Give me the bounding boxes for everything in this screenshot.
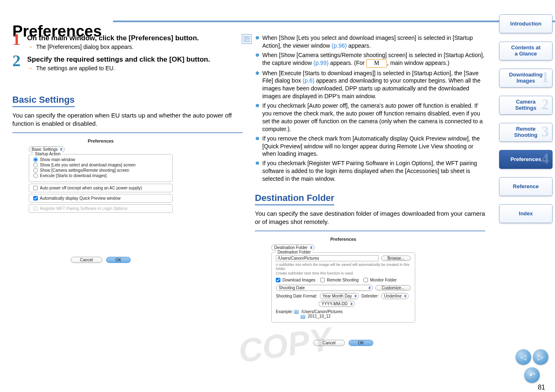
destination-path-field[interactable]: /Users/Canon/Pictures [276,255,379,261]
example-label: Example: [276,309,293,314]
note-item: If you checkmark [Auto power off], the c… [262,102,485,133]
next-page-button[interactable]: ▷ [533,349,548,365]
check-label: Register WFT Pairing Software in Login O… [40,206,127,211]
step-number-1: 1 [12,30,21,49]
link-p99[interactable]: (p.99) [314,60,329,66]
step-1-heading: On the main window, click the [Preferenc… [27,34,243,43]
startup-action-legend: Startup Action [33,152,62,156]
step-number-2: 2 [12,51,21,70]
arrow-icon: → [27,44,33,50]
check-auto-power-off[interactable] [33,186,38,190]
dialog-title: Preferences [267,235,419,243]
sidebar-index[interactable]: Index [499,204,553,223]
radio-show-main[interactable] [33,157,38,162]
delimiter-select[interactable]: Underline [381,293,409,299]
folder-icon [301,315,305,319]
radio-label: Show main window [40,157,75,162]
folder-icon [294,310,299,314]
delimiter-label: Delimiter: [361,294,379,298]
check-label: Monitor Folder [370,278,396,282]
format-label: Shooting Date Format: [276,294,317,298]
step-1-result: The [Preferences] dialog box appears. [36,44,134,50]
example-subfolder: 2011_10_12 [308,314,331,318]
radio-label: Execute [Starts to download images] [40,173,106,178]
sidebar-reference[interactable]: Reference [499,177,553,196]
customize-button[interactable]: Customize... [375,285,411,291]
check-monitor-folder[interactable] [363,278,368,282]
back-button[interactable]: ↶ [524,367,540,383]
sidebar-remote-shooting[interactable]: 3Remote Shooting [499,123,553,142]
radio-label: Show [Camera settings/Remote shooting] s… [40,168,129,173]
radio-execute-download[interactable] [33,173,38,178]
note-item: If you checkmark [Register WFT Pairing S… [262,159,485,183]
sidebar-downloading[interactable]: 1Downloading Images [499,69,553,88]
ok-button[interactable]: OK [349,340,373,346]
link-p6[interactable]: (p.6) [303,77,314,84]
radio-label: Show [Lets you select and download image… [40,163,136,167]
note-item: When [Show [Camera settings/Remote shoot… [262,51,485,68]
sidebar-camera-settings[interactable]: 2Camera Settings [499,96,553,115]
cancel-button[interactable]: Cancel [71,257,102,263]
cancel-button[interactable]: Cancel [313,340,345,346]
prev-page-button[interactable]: ◁ [516,349,531,365]
note-item: When [Show [Lets you select and download… [262,34,485,50]
ok-button[interactable]: OK [106,257,131,263]
check-label: Automatically display Quick Preview wind… [40,196,120,201]
check-label: Auto power off (except when using an AC … [40,186,142,190]
date-format-select[interactable]: Year Month Day [320,293,359,299]
basic-settings-dialog: Preferences Basic Settings Startup Actio… [25,137,177,265]
check-remote-shooting[interactable] [320,278,325,282]
sidebar-introduction[interactable]: Introduction [499,14,553,33]
destination-folder-header: Destination Folder [255,193,334,205]
sidebar-contents[interactable]: Contents at a Glance [499,42,553,60]
m-badge: M [366,59,387,68]
note-item: When [Execute [Starts to download images… [262,69,485,101]
subfolder-rule-select[interactable]: Shooting Date [276,285,373,291]
step-2-result: The settings are applied to EU. [36,65,115,71]
sidebar-nav: Introduction Contents at a Glance 1Downl… [499,14,553,223]
destination-folder-desc: You can specify the save destination fol… [255,210,485,226]
basic-settings-header: Basic Settings [12,95,75,107]
check-quick-preview[interactable] [33,196,38,201]
basic-settings-desc: You can specify the operation when EU st… [12,111,243,128]
browse-button[interactable]: Browse... [381,256,411,261]
radio-show-download[interactable] [33,163,38,167]
link-p96[interactable]: (p.96) [332,42,347,49]
dialog-hint: A subfolder into which the image will be… [276,263,411,272]
destination-folder-dialog: Preferences Destination Folder Destinati… [267,235,419,348]
note-item: If you remove the check mark from [Autom… [262,135,485,158]
page-number: 81 [538,384,545,391]
check-wft-pairing [33,206,38,211]
dialog-hint: Create subfolder next time this function… [276,271,411,276]
sidebar-preferences[interactable]: 4Preferences [499,150,553,169]
step-2-heading: Specify the required settings and click … [27,55,243,64]
check-download-images[interactable] [276,278,280,282]
example-path: /Users/Canon/Pictures [301,309,342,314]
radio-show-camera[interactable] [33,168,38,173]
arrow-icon: → [27,65,33,71]
destination-folder-legend: Destination Folder [276,250,312,254]
dialog-title: Preferences [25,137,177,145]
date-pattern-select[interactable]: YYYY-MM-DD [319,301,355,307]
check-label: Remote Shooting [327,278,358,282]
check-label: Download Images [282,278,315,282]
notes-icon [242,34,252,44]
